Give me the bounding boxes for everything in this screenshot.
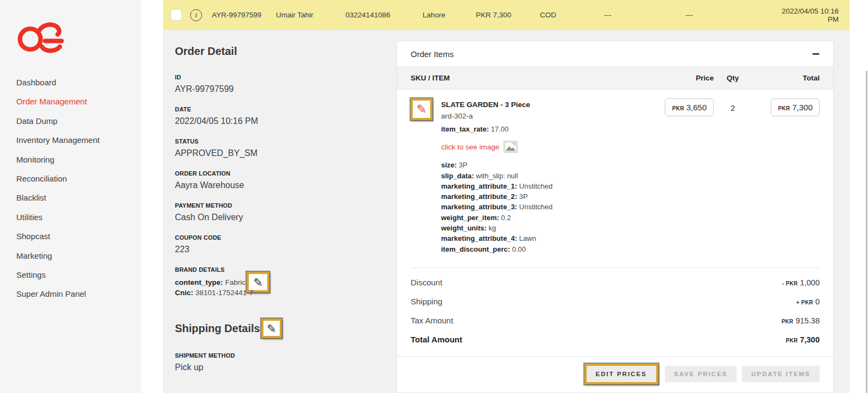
shipping-edit-button[interactable]: ✎: [261, 319, 282, 338]
edit-prices-highlight: EDIT PRICES: [584, 364, 658, 384]
field-value: APPROVED_BY_SM: [175, 148, 397, 158]
item-attribute: marketing_attribute_4: Lawn: [441, 233, 627, 244]
field-label: ORDER LOCATION: [175, 170, 397, 177]
field-value: 2022/04/05 10:16 PM: [175, 116, 397, 126]
field-label: DATE: [175, 106, 397, 113]
field-label: COUPON CODE: [175, 234, 397, 241]
collapse-minus-icon[interactable]: −: [812, 49, 820, 59]
sidebar-item-utilities[interactable]: Utilities: [0, 208, 141, 227]
column-sku-item: SKU / ITEM: [411, 74, 627, 82]
summary-amount: - PKR1,000: [782, 278, 820, 287]
order-item-row: ✎ SLATE GARDEN - 3 Piece ard-302-a item_…: [397, 90, 833, 265]
field-order-location: ORDER LOCATION Aayra Warehouse: [175, 170, 397, 190]
info-icon[interactable]: i: [190, 9, 202, 21]
save-prices-button[interactable]: SAVE PRICES: [665, 366, 737, 382]
field-label: STATUS: [175, 138, 397, 145]
order-row-customer: Umair Tahir: [276, 11, 345, 19]
summary-amount: PKR915.38: [782, 316, 820, 325]
sidebar-item-monitoring[interactable]: Monitoring: [0, 150, 141, 169]
item-attribute: size: 3P: [441, 160, 627, 170]
item-edit-button[interactable]: ✎: [411, 98, 432, 120]
shipping-details-header: Shipping Details ✎: [175, 319, 397, 338]
order-row[interactable]: i AYR-99797599 Umair Tahir 03224141086 L…: [163, 0, 850, 30]
image-placeholder-icon[interactable]: [504, 141, 518, 153]
field-payment-method: PAYMENT METHOD Cash On Delivery: [175, 202, 397, 222]
item-attribute: weight_units: kg: [441, 223, 627, 233]
order-row-datetime: 2022/04/05 10:16 PM: [771, 7, 842, 23]
sidebar-nav: Dashboard Order Management Data Dump Inv…: [0, 73, 141, 304]
item-attribute: marketing_attribute_3: Unstitched: [441, 202, 627, 212]
shipping-details-title: Shipping Details: [175, 322, 260, 335]
field-label: BRAND DETAILS: [175, 266, 397, 273]
sidebar: Dashboard Order Management Data Dump Inv…: [0, 0, 141, 393]
item-sku: ard-302-a: [441, 112, 627, 120]
kv-value: Fabric: [225, 278, 246, 286]
field-brand-details: BRAND DETAILS content_type:Fabric ✎ Cnic…: [175, 266, 397, 298]
item-price-button[interactable]: PKR3,650: [665, 98, 714, 116]
item-price-cell: PKR3,650: [627, 98, 714, 254]
order-detail-title: Order Detail: [175, 45, 397, 58]
sidebar-item-dashboard[interactable]: Dashboard: [0, 73, 141, 92]
order-row-phone: 03224141086: [345, 11, 423, 19]
order-items-header: Order Items −: [397, 41, 833, 66]
field-value: 223: [175, 245, 397, 254]
order-row-col9: ---: [685, 11, 771, 19]
item-attribute: marketing_attribute_2: 3P: [441, 191, 627, 202]
sidebar-item-marketing[interactable]: Marketing: [0, 246, 141, 265]
column-price: Price: [627, 74, 714, 82]
sidebar-item-super-admin-panel[interactable]: Super Admin Panel: [0, 284, 141, 303]
sidebar-item-blacklist[interactable]: Blacklist: [0, 188, 141, 207]
order-items-table-header: SKU / ITEM Price Qty Total: [397, 66, 833, 90]
order-items-title: Order Items: [411, 49, 454, 59]
item-qty-value: 2: [714, 98, 752, 113]
item-attribute: slip_data: with_slip: null: [441, 171, 627, 181]
column-qty: Qty: [714, 74, 752, 82]
field-label: ID: [175, 74, 397, 80]
order-row-checkbox[interactable]: [171, 9, 182, 21]
sidebar-item-order-management[interactable]: Order Management: [0, 92, 141, 111]
order-row-payment: COD: [540, 11, 604, 19]
order-items-card: Order Items − SKU / ITEM Price Qty Total…: [397, 41, 834, 393]
item-tax-rate: item_tax_rate: 17.00: [441, 124, 627, 134]
sidebar-item-shopcast[interactable]: Shopcast: [0, 227, 141, 246]
field-value: Cash On Delivery: [175, 213, 397, 222]
item-attribute: weight_per_item: 0.2: [441, 213, 627, 223]
summary-tax-row: Tax Amount PKR915.38: [397, 311, 833, 330]
brand-cnic-row: Cnic:38101-1752441-7: [175, 288, 397, 298]
item-name: SLATE GARDEN - 3 Piece: [441, 101, 627, 109]
edit-prices-button[interactable]: EDIT PRICES: [587, 366, 656, 382]
sidebar-item-settings[interactable]: Settings: [0, 265, 141, 284]
order-row-id: AYR-99797599: [212, 11, 276, 19]
item-image-row: click to see image: [441, 141, 627, 153]
order-row-amount: PKR 7,300: [476, 11, 540, 19]
sidebar-item-reconciliation[interactable]: Reconciliation: [0, 169, 141, 188]
main-content: i AYR-99797599 Umair Tahir 03224141086 L…: [163, 0, 850, 393]
update-items-button[interactable]: UPDATE ITEMS: [742, 366, 820, 382]
item-attribute: marketing_attribute_1: Unstitched: [441, 181, 627, 191]
price-actions-row: EDIT PRICES SAVE PRICES UPDATE ITEMS: [397, 356, 833, 392]
order-detail-section: Order Detail ID AYR-99797599 DATE 2022/0…: [175, 41, 397, 393]
summary-shipping-row: Shipping + PKR0: [397, 292, 833, 311]
summary-label: Tax Amount: [411, 316, 453, 325]
summary-amount: + PKR0: [796, 297, 820, 306]
summary-label: Discount: [411, 278, 442, 287]
field-coupon-code: COUPON CODE 223: [175, 234, 397, 254]
kv-value: 38101-1752441-7: [196, 289, 254, 297]
item-details: SLATE GARDEN - 3 Piece ard-302-a item_ta…: [441, 98, 627, 254]
vertical-scrollbar[interactable]: [866, 71, 867, 393]
field-label: SHIPMENT METHOD: [175, 352, 397, 359]
field-id: ID AYR-99797599: [175, 74, 397, 94]
item-total-cell: PKR7,300: [752, 98, 820, 254]
oe-logo-icon: [15, 18, 141, 57]
item-total-button[interactable]: PKR7,300: [771, 98, 820, 116]
sidebar-item-inventory-management[interactable]: Inventory Management: [0, 130, 141, 149]
field-date: DATE 2022/04/05 10:16 PM: [175, 106, 397, 126]
field-value: AYR-99797599: [175, 84, 397, 94]
pencil-icon: ✎: [267, 323, 276, 334]
kv-key: content_type:: [175, 278, 223, 286]
see-image-link[interactable]: click to see image: [441, 143, 499, 151]
field-value: Pick up: [175, 363, 397, 372]
field-shipment-method: SHIPMENT METHOD Pick up: [175, 352, 397, 372]
sidebar-item-data-dump[interactable]: Data Dump: [0, 111, 141, 130]
brand-content-type-row: content_type:Fabric ✎: [175, 277, 397, 288]
